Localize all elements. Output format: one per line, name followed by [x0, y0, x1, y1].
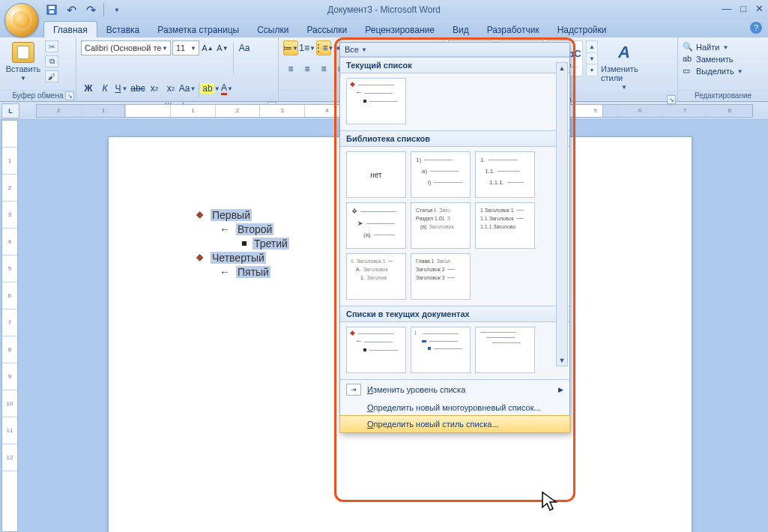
close-icon[interactable]: ✕ [755, 3, 764, 14]
styles-scroll[interactable]: ▲▼▾ [586, 40, 598, 76]
list-thumb[interactable] [475, 327, 535, 373]
scroll-down-icon: ▼ [587, 53, 597, 65]
chevron-right-icon: ▶ [558, 386, 563, 393]
dropdown-footer: ⇥ ИИзменить уровень списказменить уровен… [340, 379, 569, 433]
tab-insert[interactable]: Вставка [97, 22, 149, 37]
format-painter-icon[interactable]: 🖌 [45, 70, 58, 82]
replace-icon: ab [683, 54, 693, 64]
list-thumb[interactable]: 1) a) i) [411, 151, 471, 198]
group-clipboard: Вставить ▼ ✂ ⧉ 🖌 Буфер обмена↘ [0, 37, 76, 101]
chevron-down-icon: ▼ [20, 75, 26, 82]
menu-define-list-style[interactable]: Определить новый стиль списка... [339, 415, 570, 433]
change-case-icon[interactable]: Aa▼ [180, 81, 195, 96]
list-thumb[interactable]: Статья I.Заго Раздел 1.01З (a)Заголовок [411, 202, 471, 249]
ribbon-tabs: Главная Вставка Разметка страницы Ссылки… [0, 19, 768, 37]
list-thumb[interactable]: 1. 1.1. 1.1.1. [475, 151, 535, 198]
scroll-up-icon: ▲ [587, 41, 597, 53]
qat-customize-icon[interactable]: ▼ [110, 3, 124, 16]
grow-font-icon[interactable]: A▲ [201, 40, 214, 55]
list-thumb[interactable] [411, 327, 471, 373]
font-name-input[interactable]: Calibri (Основной те▼ [81, 40, 171, 55]
styles-more-icon: ▾ [587, 64, 597, 76]
undo-icon[interactable]: ↶ [64, 3, 78, 16]
tab-references[interactable]: Ссылки [248, 22, 297, 37]
chevron-down-icon: ▼ [621, 84, 627, 91]
align-left-icon[interactable]: ≡ [283, 61, 298, 76]
tab-pagelayout[interactable]: Разметка страницы [148, 22, 248, 37]
ruler-toggle[interactable]: L [1, 103, 19, 118]
section-indocs: Списки в текущих документах [340, 306, 569, 322]
section-current: Текущий список [340, 57, 569, 73]
chevron-down-icon: ▼ [190, 45, 196, 52]
change-styles-label: Изменить стили [601, 64, 647, 82]
redo-icon[interactable]: ↷ [84, 3, 97, 16]
list-thumb[interactable]: ❖ ➤ (a) [346, 202, 406, 249]
find-icon: 🔍 [683, 42, 693, 52]
maximize-icon[interactable]: □ [740, 3, 746, 14]
dialog-launcher-icon[interactable]: ↘ [667, 95, 676, 104]
vertical-ruler[interactable]: 123456789101112 [1, 120, 18, 532]
shrink-font-icon[interactable]: A▼ [216, 40, 229, 55]
svg-rect-2 [49, 10, 54, 13]
dropdown-scrollbar[interactable]: ▲▼ [556, 62, 568, 366]
minimize-icon[interactable]: — [722, 3, 731, 14]
superscript-icon[interactable]: x2 [163, 81, 178, 96]
menu-change-level[interactable]: ⇥ ИИзменить уровень списказменить уровен… [340, 380, 569, 399]
scroll-down-icon: ▼ [559, 357, 566, 364]
tab-view[interactable]: Вид [444, 22, 478, 37]
section-library: Библиотека списков [340, 130, 569, 147]
menu-define-multilevel[interactable]: Определить новый многоуровневый список..… [340, 399, 569, 416]
arrow-bullet-icon: ← [220, 224, 230, 235]
save-icon[interactable] [45, 3, 58, 16]
multilevel-list-icon[interactable]: ⋮≡▼ [316, 40, 331, 55]
underline-icon[interactable]: Ч▼ [114, 81, 129, 96]
change-styles-button[interactable]: A Изменить стили ▼ [601, 40, 647, 91]
tab-developer[interactable]: Разработчик [478, 22, 548, 37]
qat-separator [103, 3, 104, 16]
align-center-icon[interactable]: ≡ [300, 61, 315, 76]
chevron-down-icon: ▼ [162, 45, 168, 52]
list-thumb-current[interactable] [346, 78, 406, 124]
group-font: Calibri (Основной те▼ 11▼ A▲ A▼ Aa Ж К Ч… [76, 37, 279, 101]
strike-icon[interactable]: abc [130, 81, 145, 96]
change-styles-icon: A [613, 42, 635, 63]
help-icon[interactable]: ? [750, 22, 762, 34]
group-clipboard-title: Буфер обмена↘ [0, 90, 76, 101]
select-icon: ▭ [683, 66, 693, 76]
list-thumb[interactable] [346, 327, 406, 373]
tab-home[interactable]: Главная [43, 21, 97, 37]
cut-icon[interactable]: ✂ [45, 40, 58, 52]
group-editing: 🔍Найти ▼ abЗаменить ▭Выделить ▼ Редактир… [678, 37, 768, 101]
title-bar: ↶ ↷ ▼ Документ3 - Microsoft Word — □ ✕ [0, 0, 768, 19]
bullets-icon[interactable]: ≔▼ [283, 40, 298, 55]
dialog-launcher-icon[interactable]: ↘ [65, 91, 74, 100]
copy-icon[interactable]: ⧉ [45, 55, 58, 67]
font-size-input[interactable]: 11▼ [172, 40, 199, 55]
list-thumb[interactable]: 1 Заголовок 1 1.1 Заголовок 1.1.1 Заголо… [475, 202, 535, 249]
dropdown-filter[interactable]: Все▼ [340, 43, 569, 57]
align-right-icon[interactable]: ≡ [316, 61, 331, 76]
office-button[interactable] [4, 3, 39, 37]
quick-access-toolbar: ↶ ↷ ▼ [45, 0, 124, 19]
replace-button[interactable]: abЗаменить [683, 54, 743, 64]
paste-button[interactable]: Вставить ▼ [4, 40, 42, 82]
numbering-icon[interactable]: 1≡▼ [300, 40, 315, 55]
find-button[interactable]: 🔍Найти ▼ [683, 42, 743, 52]
highlight-icon[interactable]: ab▼ [203, 81, 218, 96]
subscript-icon[interactable]: x2 [147, 81, 162, 96]
select-button[interactable]: ▭Выделить ▼ [683, 66, 743, 76]
tab-mailings[interactable]: Рассылки [297, 22, 356, 37]
bold-icon[interactable]: Ж [81, 81, 96, 96]
tab-review[interactable]: Рецензирование [356, 22, 444, 37]
indent-icon: ⇥ [346, 384, 361, 396]
list-thumb-none[interactable]: нет [346, 151, 406, 198]
list-thumb[interactable]: Глава 1Загол Заголовок 2 Заголовок 3 [411, 253, 471, 300]
list-thumb[interactable]: I.Заголовок 1 A.Заголовок 1.Заголов [346, 253, 406, 300]
italic-icon[interactable]: К [97, 81, 112, 96]
tab-addins[interactable]: Надстройки [548, 22, 616, 37]
group-editing-title: Редактирование [678, 90, 768, 101]
font-color-icon[interactable]: A▼ [220, 81, 235, 96]
square-bullet-icon [242, 241, 247, 246]
paste-icon [12, 42, 34, 63]
clear-format-icon[interactable]: Aa [238, 40, 251, 55]
